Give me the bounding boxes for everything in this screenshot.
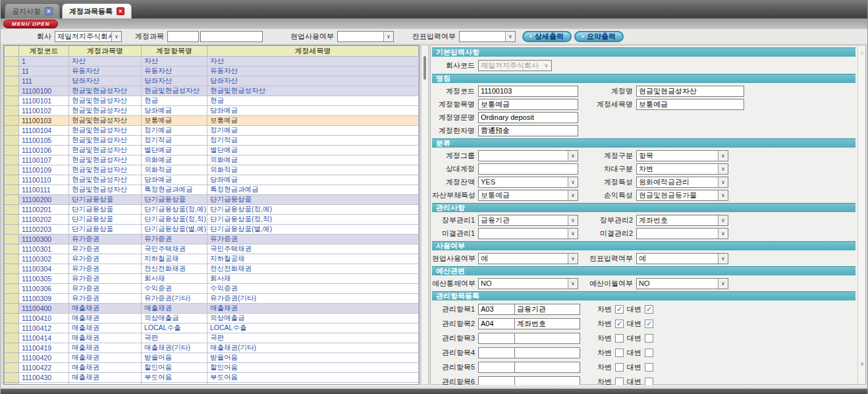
table-cell[interactable]: LOCAL수출 xyxy=(207,324,419,333)
row-selector[interactable] xyxy=(5,76,19,86)
table-cell[interactable]: 당좌자산 xyxy=(142,76,207,86)
credit-checkbox[interactable] xyxy=(645,363,653,372)
table-cell[interactable]: 매출채권 xyxy=(69,314,142,324)
table-row[interactable]: 11100430매출채권부도어음부도어음 xyxy=(5,373,419,383)
credit-checkbox[interactable]: ✓ xyxy=(645,320,653,328)
hanja-name-field[interactable] xyxy=(478,125,578,136)
table-cell[interactable]: 11100304 xyxy=(19,264,69,274)
table-cell[interactable]: 매출채권(기타) xyxy=(142,343,207,353)
table-row[interactable]: 11100419매출채권매출채권(기타)매출채권(기타) xyxy=(5,343,419,353)
account-code-input[interactable] xyxy=(167,31,199,42)
table-cell[interactable]: 매출채권 xyxy=(69,343,142,353)
column-header[interactable]: 계정과목명 xyxy=(69,46,142,57)
summary-print-button[interactable]: 요약출력 xyxy=(574,31,624,42)
scrollbar-thumb[interactable] xyxy=(423,56,426,80)
table-cell[interactable]: 받을어음 xyxy=(207,353,419,363)
menu-open-button[interactable]: MENU OPEN xyxy=(3,20,58,28)
table-row[interactable]: 11100109현금및현금성자산외화적금외화적금 xyxy=(5,165,419,175)
table-cell[interactable]: 11100102 xyxy=(19,106,69,116)
tab-account-registration[interactable]: 계정과목등록 × xyxy=(62,3,132,18)
table-cell[interactable]: 당좌자산 xyxy=(69,76,142,86)
table-row[interactable]: 11100107현금및현금성자산외화예금외화예금 xyxy=(5,155,419,165)
table-cell[interactable]: 회사채 xyxy=(207,274,419,284)
table-cell[interactable]: 국판 xyxy=(142,333,207,343)
mgmt-item-name-field[interactable] xyxy=(514,304,580,315)
table-cell[interactable]: 할인어음 xyxy=(142,363,207,373)
table-cell[interactable]: 외상매출금 xyxy=(142,314,207,324)
table-cell[interactable]: 현금및현금성자산 xyxy=(69,136,142,146)
account-attr-dropdown[interactable]: 원화예적금관리 ∨ xyxy=(636,177,728,188)
mgmt-item-name-field[interactable] xyxy=(514,333,580,344)
table-cell[interactable]: 자산 xyxy=(207,57,419,67)
mgmt-item-code-field[interactable] xyxy=(478,304,515,315)
table-cell[interactable]: 매출채권 xyxy=(207,304,419,314)
table-cell[interactable]: 11100111 xyxy=(19,185,69,195)
table-cell[interactable]: 유가증권 xyxy=(69,284,142,294)
table-cell[interactable]: 11100203 xyxy=(19,225,69,235)
table-row[interactable]: 11100203단기금융상품단기금융상품(별,예)단기금융상품(별,예) xyxy=(5,225,419,235)
row-selector[interactable] xyxy=(5,254,19,264)
table-cell[interactable]: 유가증권 xyxy=(207,235,419,244)
table-cell[interactable]: 유가증권 xyxy=(142,235,207,244)
row-selector[interactable] xyxy=(5,146,19,155)
table-cell[interactable]: 유동자산 xyxy=(142,67,207,76)
debit-checkbox[interactable]: ✓ xyxy=(615,320,624,328)
table-cell[interactable]: 외화적금 xyxy=(207,165,419,175)
table-row[interactable]: 11100202단기금융상품단기금융상품(정,적)단기금융상품(정,적) xyxy=(5,215,419,225)
row-selector[interactable] xyxy=(5,264,19,274)
detail-vertical-scrollbar[interactable]: ∧ ∨ xyxy=(857,45,865,384)
table-cell[interactable]: 단기금융상품 xyxy=(69,205,142,215)
table-cell[interactable]: 정기예금 xyxy=(207,126,419,136)
row-selector[interactable] xyxy=(5,57,19,67)
table-row[interactable]: 11100111현금및현금성자산특정현금과예금특정현금과예금 xyxy=(5,185,419,195)
column-header[interactable]: 계정항목명 xyxy=(142,46,207,57)
close-icon[interactable]: × xyxy=(117,7,124,15)
table-cell[interactable]: LOCAL수출 xyxy=(142,324,207,333)
table-cell[interactable]: 전신전화채권 xyxy=(142,264,207,274)
table-cell[interactable]: 회사채 xyxy=(142,274,207,284)
table-row[interactable]: 11100305유가증권회사채회사채 xyxy=(5,274,419,284)
table-cell[interactable]: 단기금융상품 xyxy=(207,195,419,205)
table-cell[interactable]: 정기적금 xyxy=(207,136,419,146)
table-row[interactable]: 11100414매출채권국판국판 xyxy=(5,333,419,343)
table-cell[interactable]: 유동자산 xyxy=(207,67,419,76)
table-cell[interactable]: 외화예금 xyxy=(142,155,207,165)
table-cell[interactable]: 11100106 xyxy=(19,146,69,155)
table-row[interactable]: 1자산자산자산 xyxy=(5,57,419,67)
chevron-up-icon[interactable]: ∧ xyxy=(858,49,866,56)
table-cell[interactable]: 받을어음 xyxy=(142,353,207,363)
table-cell[interactable]: 당좌예금 xyxy=(207,175,419,185)
row-selector[interactable] xyxy=(5,304,19,314)
table-cell[interactable]: 정기예금 xyxy=(142,126,207,136)
table-cell[interactable]: 11100422 xyxy=(19,363,69,373)
pl-attr-dropdown[interactable]: 현금및현금등가물 ∨ xyxy=(636,190,728,201)
table-row[interactable]: 11100200단기금융상품단기금융상품단기금융상품 xyxy=(5,195,419,205)
grid-vertical-scrollbar[interactable] xyxy=(421,45,429,385)
row-selector[interactable] xyxy=(5,373,19,383)
table-cell[interactable]: 11100301 xyxy=(19,244,69,254)
table-cell[interactable]: 11100420 xyxy=(19,353,69,363)
book-mgmt1-dropdown[interactable]: 금융기관 ∨ xyxy=(478,215,578,226)
mgmt-item-code-field[interactable] xyxy=(478,318,515,329)
table-cell[interactable]: 현금및현금성자산 xyxy=(69,106,142,116)
table-cell[interactable]: 외화적금 xyxy=(142,165,207,175)
table-cell[interactable]: 11100306 xyxy=(19,284,69,294)
table-cell[interactable]: 현금및현금성자산 xyxy=(69,165,142,175)
table-cell[interactable]: 단기금융상품(정,예) xyxy=(207,205,419,215)
table-cell[interactable]: 유가증권 xyxy=(69,274,142,284)
row-selector[interactable] xyxy=(5,155,19,165)
table-cell[interactable]: 유가증권 xyxy=(69,294,142,304)
account-code-field[interactable] xyxy=(478,86,578,97)
row-selector[interactable] xyxy=(5,215,19,225)
table-row[interactable]: 11100106현금및현금성자산별단예금별단예금 xyxy=(5,146,419,155)
column-header[interactable]: 계정코드 xyxy=(19,46,69,57)
table-row[interactable]: 11100410매출채권외상매출금외상매출금 xyxy=(5,314,419,324)
table-row[interactable]: 11100101현금및현금성자산현금현금 xyxy=(5,96,419,106)
table-cell[interactable]: 국판 xyxy=(207,333,419,343)
table-cell[interactable]: 유가증권 xyxy=(69,264,142,274)
table-cell[interactable]: 보통예금 xyxy=(142,116,207,126)
table-row[interactable]: 11100105현금및현금성자산정기적금정기적금 xyxy=(5,136,419,146)
dc-div-dropdown[interactable]: 차변 ∨ xyxy=(636,163,728,175)
table-cell[interactable]: 부도어음 xyxy=(207,373,419,383)
chevron-down-icon[interactable]: ∨ xyxy=(858,360,866,367)
